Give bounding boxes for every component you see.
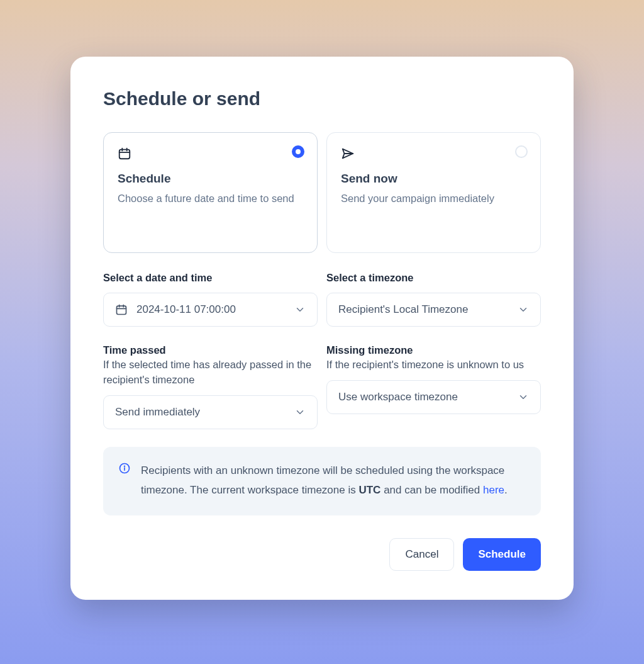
- option-send-now[interactable]: Send now Send your campaign immediately: [326, 132, 541, 253]
- schedule-dialog: Schedule or send Schedule Choose a futur…: [70, 57, 574, 600]
- schedule-button[interactable]: Schedule: [463, 538, 541, 571]
- time-passed-select[interactable]: Send immediately: [103, 395, 318, 429]
- missing-timezone-sublabel: If the recipient's timezone is unknown t…: [326, 357, 541, 373]
- chevron-down-icon: [294, 407, 306, 418]
- page-background: Schedule or send Schedule Choose a futur…: [18, 18, 626, 646]
- chevron-down-icon: [518, 391, 529, 403]
- option-send-now-desc: Send your campaign immediately: [341, 191, 526, 206]
- chevron-down-icon: [294, 304, 306, 315]
- chevron-down-icon: [518, 304, 529, 315]
- svg-rect-0: [119, 150, 130, 159]
- dialog-footer: Cancel Schedule: [103, 538, 541, 571]
- option-schedule-desc: Choose a future date and time to send: [118, 191, 303, 206]
- info-text-mid: and can be modified: [380, 484, 483, 496]
- missing-timezone-label: Missing timezone: [326, 344, 541, 356]
- info-text: Recipients with an unknown timezone will…: [141, 461, 526, 500]
- missing-timezone-select[interactable]: Use workspace timezone: [326, 380, 541, 414]
- workspace-timezone-link[interactable]: here: [483, 484, 504, 496]
- form-row-fallbacks: Time passed If the selected time has alr…: [103, 344, 541, 429]
- info-text-post: .: [504, 484, 508, 496]
- time-passed-label: Time passed: [103, 344, 318, 356]
- datetime-label: Select a date and time: [103, 272, 318, 284]
- paper-plane-icon: [341, 147, 526, 163]
- field-datetime: Select a date and time 2024-10-11 07:00:…: [103, 272, 318, 327]
- svg-point-11: [125, 466, 125, 466]
- info-text-bold: UTC: [358, 484, 380, 496]
- timezone-select[interactable]: Recipient's Local Timezone: [326, 293, 541, 327]
- field-missing-timezone: Missing timezone If the recipient's time…: [326, 344, 541, 429]
- option-schedule[interactable]: Schedule Choose a future date and time t…: [103, 132, 318, 253]
- radio-schedule[interactable]: [292, 145, 304, 158]
- send-mode-options: Schedule Choose a future date and time t…: [103, 132, 541, 253]
- timezone-value: Recipient's Local Timezone: [338, 303, 518, 316]
- time-passed-value: Send immediately: [115, 406, 294, 419]
- timezone-info-banner: Recipients with an unknown timezone will…: [103, 447, 541, 515]
- missing-timezone-value: Use workspace timezone: [338, 391, 518, 403]
- time-passed-sublabel: If the selected time has already passed …: [103, 357, 318, 388]
- calendar-icon: [118, 147, 303, 163]
- info-icon: [118, 462, 131, 500]
- option-schedule-title: Schedule: [118, 172, 303, 186]
- calendar-icon: [115, 303, 128, 316]
- form-row-datetime-timezone: Select a date and time 2024-10-11 07:00:…: [103, 272, 541, 327]
- option-send-now-title: Send now: [341, 172, 526, 186]
- field-timezone: Select a timezone Recipient's Local Time…: [326, 272, 541, 327]
- svg-rect-5: [117, 306, 126, 314]
- datetime-value: 2024-10-11 07:00:00: [136, 303, 294, 316]
- timezone-label: Select a timezone: [326, 272, 541, 284]
- field-time-passed: Time passed If the selected time has alr…: [103, 344, 318, 429]
- datetime-picker[interactable]: 2024-10-11 07:00:00: [103, 293, 318, 327]
- dialog-title: Schedule or send: [103, 88, 541, 110]
- cancel-button[interactable]: Cancel: [389, 538, 454, 571]
- radio-send-now[interactable]: [515, 145, 528, 158]
